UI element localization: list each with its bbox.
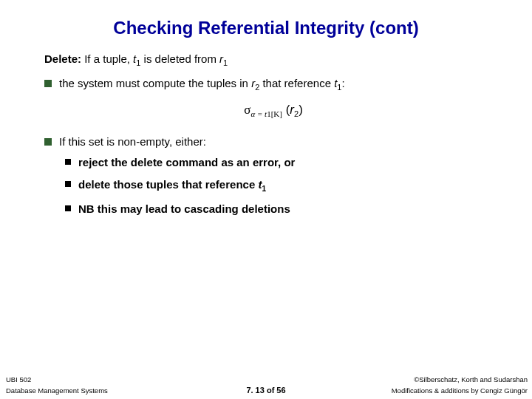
text: delete those tuples that reference [78,178,258,191]
sublist: reject the delete command as an error, o… [65,155,502,216]
sub-text: NB this may lead to cascading deletions [78,202,290,216]
bullet-2: If this set is non-empty, either: [44,134,502,149]
brackets: [K] [271,109,282,118]
copyright: ©Silberschatz, Korth and Sudarshan [414,375,528,383]
delete-line: Delete: If a tuple, t1 is deleted from r… [44,52,502,69]
square-bullet-icon [44,138,52,146]
text: : [341,77,344,89]
sigma: σ [244,103,250,117]
footer-top-row: UBI 502 ©Silberschatz, Korth and Sudarsh… [0,375,532,386]
page-number: 7. 13 of 56 [0,386,532,395]
sub: 2 [294,109,299,118]
sub: 1 [337,83,341,92]
sub-text: delete those tuples that reference t1 [78,177,266,194]
text: If a tuple, [84,52,133,65]
sub-bullet-1: reject the delete command as an error, o… [65,155,502,170]
sub: 1 [262,185,266,193]
square-bullet-icon [65,181,71,187]
square-bullet-icon [44,80,52,87]
text: that reference [259,77,334,89]
text: is deleted from [140,52,219,65]
delete-label: Delete: [44,52,81,65]
course-code: UBI 502 [6,375,31,383]
sub: 2 [255,83,259,92]
sub: 1 [223,58,228,67]
text: the system must compute the tuples in [59,77,251,89]
bullet-text: the system must compute the tuples in r2… [59,76,345,93]
slide-body: Delete: If a tuple, t1 is deleted from r… [0,52,532,216]
formula: σα = t1[K] (r2) [44,102,502,120]
sub: 1 [136,58,140,67]
sub-bullet-3: NB this may lead to cascading deletions [65,202,502,216]
eq: = [255,109,265,118]
footer: UBI 502 ©Silberschatz, Korth and Sudarsh… [0,375,532,399]
bullet-1: the system must compute the tuples in r2… [44,76,502,93]
slide-title: Checking Referential Integrity (cont) [0,0,532,52]
bullet-text: If this set is non-empty, either: [59,134,206,149]
sub-text: reject the delete command as an error, o… [78,155,295,170]
sub-bullet-2: delete those tuples that reference t1 [65,177,502,194]
square-bullet-icon [65,205,71,211]
square-bullet-icon [65,159,71,165]
